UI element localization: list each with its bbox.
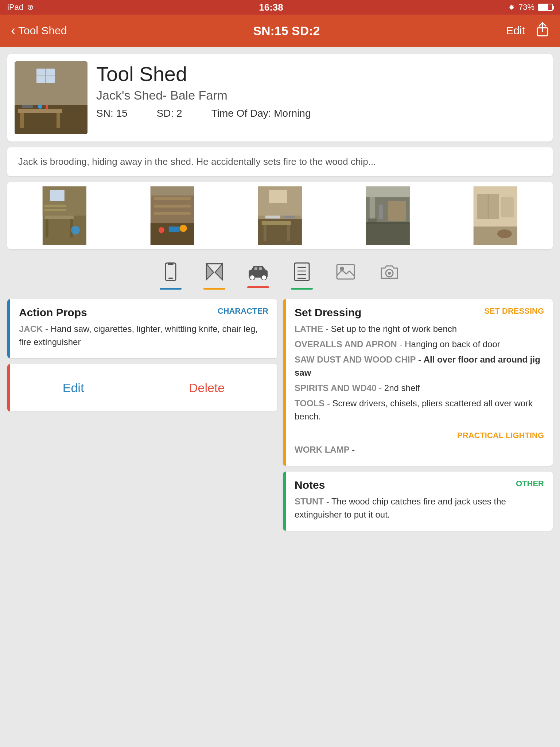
action-props-type: CHARACTER bbox=[218, 306, 268, 316]
svg-rect-56 bbox=[501, 197, 514, 217]
curtain-icon bbox=[205, 262, 224, 285]
nav-bar: ‹ Tool Shed SN:15 SD:2 Edit bbox=[0, 15, 560, 47]
svg-rect-48 bbox=[388, 201, 406, 221]
notes-inner: Notes OTHER STUNT - The wood chip catche… bbox=[286, 472, 553, 531]
tab-car[interactable] bbox=[247, 264, 269, 288]
tab-curtain[interactable] bbox=[203, 262, 225, 290]
list-item: STUNT - The wood chip catches fire and j… bbox=[295, 495, 544, 521]
svg-rect-28 bbox=[154, 205, 190, 208]
svg-rect-22 bbox=[44, 205, 66, 207]
time-of-day: Time Of Day: Morning bbox=[211, 108, 311, 119]
photo-3[interactable] bbox=[227, 186, 333, 245]
action-props-inner: Action Props CHARACTER JACK - Hand saw, … bbox=[10, 299, 277, 358]
set-dressing-type: SET DRESSING bbox=[484, 306, 544, 316]
svg-rect-46 bbox=[368, 218, 377, 223]
delete-button[interactable]: Delete bbox=[174, 377, 239, 399]
camera-icon bbox=[380, 264, 399, 283]
svg-rect-27 bbox=[154, 197, 190, 200]
svg-rect-23 bbox=[44, 209, 66, 211]
svg-point-77 bbox=[388, 272, 391, 275]
left-column: Action Props CHARACTER JACK - Hand saw, … bbox=[7, 299, 277, 531]
svg-rect-60 bbox=[168, 278, 173, 279]
notes-type: OTHER bbox=[516, 479, 544, 488]
card-divider bbox=[295, 427, 544, 427]
status-time: 16:38 bbox=[259, 2, 283, 13]
tab-phone[interactable] bbox=[160, 262, 182, 290]
phone-icon bbox=[163, 262, 179, 285]
battery-icon bbox=[538, 4, 553, 11]
location-subtitle: Jack's Shed- Bale Farm bbox=[96, 88, 545, 102]
nav-title: SN:15 SD:2 bbox=[253, 24, 320, 38]
nav-actions: Edit bbox=[506, 22, 549, 39]
location-title: Tool Shed bbox=[96, 63, 545, 85]
svg-rect-50 bbox=[366, 186, 410, 197]
svg-point-32 bbox=[179, 225, 187, 232]
svg-marker-61 bbox=[206, 264, 214, 280]
svg-rect-6 bbox=[57, 113, 60, 128]
edit-button[interactable]: Edit bbox=[48, 377, 99, 399]
svg-rect-39 bbox=[265, 216, 280, 218]
svg-rect-33 bbox=[150, 186, 194, 196]
svg-rect-26 bbox=[150, 223, 194, 245]
back-button[interactable]: ‹ Tool Shed bbox=[11, 23, 67, 38]
main-content: Tool Shed Jack's Shed- Bale Farm SN: 15 … bbox=[0, 47, 560, 544]
back-label: Tool Shed bbox=[18, 24, 67, 37]
battery-label: 73% bbox=[518, 3, 534, 12]
tab-underline-phone bbox=[160, 288, 182, 290]
item-character-name: JACK bbox=[19, 324, 43, 334]
scene-day: SD: 2 bbox=[157, 108, 182, 119]
status-left: iPad ⊛ bbox=[7, 3, 34, 12]
set-dressing-card: Set Dressing SET DRESSING LATHE - Set up… bbox=[283, 299, 553, 466]
wifi-icon: ⊛ bbox=[27, 3, 34, 12]
set-dressing-header: Set Dressing SET DRESSING bbox=[295, 306, 544, 319]
tab-underline-car bbox=[247, 286, 269, 288]
svg-rect-17 bbox=[44, 216, 74, 219]
svg-rect-37 bbox=[264, 225, 267, 241]
svg-rect-4 bbox=[18, 109, 62, 113]
svg-point-66 bbox=[261, 275, 267, 280]
list-item: JACK - Hand saw, cigarettes, lighter, wh… bbox=[19, 322, 268, 349]
svg-rect-59 bbox=[168, 263, 174, 265]
notes-content: STUNT - The wood chip catches fire and j… bbox=[295, 495, 544, 521]
photo-strip bbox=[7, 182, 553, 249]
location-thumbnail bbox=[15, 61, 88, 134]
svg-rect-67 bbox=[254, 267, 257, 270]
notes-title: Notes bbox=[295, 479, 325, 491]
description-card: Jack is brooding, hiding away in the she… bbox=[7, 147, 553, 176]
photo-2[interactable] bbox=[120, 186, 225, 245]
status-right: ✸ 73% bbox=[509, 3, 553, 12]
tab-underline-curtain bbox=[203, 288, 225, 290]
list-item: SAW DUST AND WOOD CHIP - All over floor … bbox=[295, 353, 544, 379]
image-icon bbox=[336, 264, 355, 283]
svg-rect-9 bbox=[22, 105, 33, 108]
svg-rect-5 bbox=[20, 113, 24, 128]
bluetooth-icon: ✸ bbox=[509, 3, 515, 12]
notes-card: Notes OTHER STUNT - The wood chip catche… bbox=[283, 472, 553, 531]
set-dressing-title: Set Dressing bbox=[295, 306, 361, 319]
svg-rect-38 bbox=[287, 225, 290, 241]
tab-camera[interactable] bbox=[378, 264, 400, 288]
tab-underline-list bbox=[291, 288, 313, 290]
back-chevron-icon: ‹ bbox=[11, 23, 15, 38]
description-text: Jack is brooding, hiding away in the she… bbox=[18, 156, 376, 167]
list-icon bbox=[294, 262, 310, 285]
status-bar: iPad ⊛ 16:38 ✸ 73% bbox=[0, 0, 560, 15]
right-column: Set Dressing SET DRESSING LATHE - Set up… bbox=[283, 299, 553, 531]
tab-image[interactable] bbox=[335, 264, 357, 288]
svg-rect-18 bbox=[46, 219, 48, 237]
action-props-title: Action Props bbox=[19, 306, 87, 319]
svg-rect-74 bbox=[337, 264, 354, 279]
svg-rect-47 bbox=[379, 205, 383, 219]
svg-point-24 bbox=[71, 226, 80, 235]
photo-1[interactable] bbox=[12, 186, 117, 245]
tab-list[interactable] bbox=[291, 262, 313, 290]
list-item: TOOLS - Screw drivers, chisels, pliers s… bbox=[295, 397, 544, 423]
edit-button[interactable]: Edit bbox=[506, 24, 525, 37]
tab-underline-image bbox=[335, 286, 357, 288]
photo-4[interactable] bbox=[335, 186, 441, 245]
set-dressing-inner: Set Dressing SET DRESSING LATHE - Set up… bbox=[286, 299, 553, 466]
list-item: WORK LAMP - bbox=[295, 443, 544, 456]
edit-delete-card: Edit Delete bbox=[7, 364, 277, 411]
photo-5[interactable] bbox=[443, 186, 548, 245]
share-button[interactable] bbox=[536, 22, 549, 39]
